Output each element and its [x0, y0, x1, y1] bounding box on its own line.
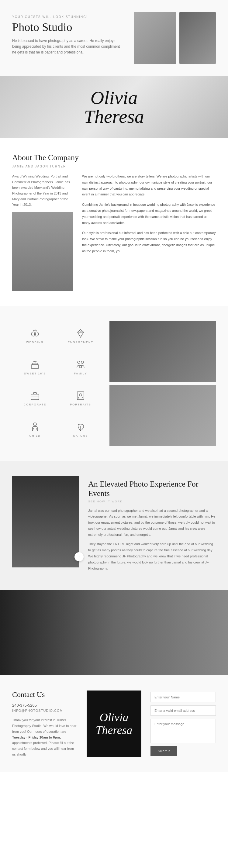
- events-see-how: SEE HOW IT WORK: [88, 500, 216, 503]
- script-banner: Olivia Theresa: [0, 76, 228, 138]
- svg-point-7: [34, 361, 35, 362]
- service-engagement-label: ENGAGEMENT: [68, 341, 93, 344]
- script-name: Olivia Theresa: [6, 88, 222, 126]
- contact-form: Submit: [150, 690, 216, 757]
- about-left: Award Winning Wedding, Portrait and Comm…: [12, 174, 73, 291]
- contact-email: INFO@PHOTOSTUDIO.COM: [12, 709, 78, 712]
- hero-section: YOUR GUESTS WILL LOOK STUNNING! Photo St…: [0, 0, 228, 76]
- service-portraits[interactable]: PORTRAITS: [58, 383, 103, 415]
- events-right: An Elevated Photo Experience For Events …: [88, 476, 216, 575]
- diamond-icon: [75, 328, 86, 339]
- cake-icon: [29, 359, 40, 370]
- events-title: An Elevated Photo Experience For Events: [88, 479, 216, 498]
- events-para-2: They stayed the ENTIRE night and worked …: [88, 541, 216, 571]
- service-wedding[interactable]: WEDDING: [12, 321, 58, 352]
- about-body: We are not only two brothers, we are sto…: [82, 174, 216, 254]
- hero-images: [134, 12, 216, 64]
- service-corporate[interactable]: CORPORATE: [12, 383, 58, 415]
- svg-rect-3: [31, 365, 38, 368]
- services-image-bottom: [109, 385, 216, 446]
- svg-point-8: [35, 361, 36, 362]
- about-content: Award Winning Wedding, Portrait and Comm…: [12, 174, 216, 291]
- svg-marker-2: [78, 330, 84, 337]
- events-left: →: [12, 476, 79, 575]
- hero-image-1: [134, 12, 176, 64]
- contact-name-input[interactable]: [150, 692, 216, 702]
- hero-description: He is blessed to have photography as a c…: [12, 38, 125, 56]
- events-body: Jamal was our lead photographer and we a…: [88, 508, 216, 572]
- about-subtitle: JAMIE AND JASON TURNER: [12, 165, 216, 168]
- svg-point-15: [79, 394, 82, 396]
- rings-icon: [29, 328, 40, 339]
- handshake-section: [0, 590, 228, 675]
- service-sweet16-label: SWEET 16'S: [24, 372, 46, 375]
- about-section: About The Company JAMIE AND JASON TURNER…: [0, 138, 228, 306]
- service-family-label: FAMILY: [74, 372, 87, 375]
- hero-title: Photo Studio: [12, 21, 125, 34]
- services-images: [109, 321, 216, 446]
- service-portraits-label: PORTRAITS: [70, 403, 91, 406]
- portrait-icon: [75, 390, 86, 401]
- svg-point-11: [80, 365, 82, 367]
- service-engagement[interactable]: ENGAGEMENT: [58, 321, 103, 352]
- contact-submit-button[interactable]: Submit: [150, 746, 177, 756]
- services-section: WEDDING ENGAGEMENT SWEET 16'S: [0, 306, 228, 461]
- contact-middle: Olivia Theresa: [87, 690, 141, 757]
- service-corporate-label: CORPORATE: [24, 403, 46, 406]
- contact-description: Thank you for your interest in Turner Ph…: [12, 717, 78, 757]
- contact-email-input[interactable]: [150, 705, 216, 716]
- service-family[interactable]: FAMILY: [58, 352, 103, 384]
- child-icon: [29, 422, 40, 432]
- hero-text: YOUR GUESTS WILL LOOK STUNNING! Photo St…: [12, 12, 125, 55]
- service-child[interactable]: CHILD: [12, 415, 58, 446]
- hero-tagline: YOUR GUESTS WILL LOOK STUNNING!: [12, 15, 125, 19]
- service-sweet16[interactable]: SWEET 16'S: [12, 352, 58, 384]
- svg-point-1: [34, 332, 38, 336]
- service-nature-label: NATURE: [73, 434, 88, 437]
- svg-point-16: [33, 423, 36, 426]
- briefcase-icon: [29, 390, 40, 401]
- contact-title: Contact Us: [12, 690, 78, 699]
- events-arrow[interactable]: →: [75, 552, 84, 561]
- about-para-3: Our style is professional but informal a…: [82, 230, 216, 254]
- about-para-1: We are not only two brothers, we are sto…: [82, 174, 216, 197]
- family-icon: [75, 359, 86, 370]
- contact-script: Olivia Theresa: [95, 711, 132, 737]
- svg-point-10: [81, 361, 84, 364]
- about-image: [12, 212, 73, 291]
- contact-phone: 240-375-5265: [12, 703, 78, 708]
- service-child-label: CHILD: [29, 434, 40, 437]
- events-image: →: [12, 476, 79, 567]
- services-grid: WEDDING ENGAGEMENT SWEET 16'S: [12, 321, 103, 446]
- leaf-icon: [75, 422, 86, 432]
- about-para-2: Combining Jamie's background in boutique…: [82, 202, 216, 226]
- contact-section: Contact Us 240-375-5265 INFO@PHOTOSTUDIO…: [0, 675, 228, 772]
- hero-image-2: [179, 12, 216, 64]
- contact-message-input[interactable]: [150, 719, 216, 743]
- service-wedding-label: WEDDING: [26, 341, 44, 344]
- services-image-top: [109, 321, 216, 382]
- about-intro: Award Winning Wedding, Portrait and Comm…: [12, 174, 73, 208]
- events-section: → An Elevated Photo Experience For Event…: [0, 461, 228, 590]
- svg-point-9: [78, 361, 80, 364]
- contact-left: Contact Us 240-375-5265 INFO@PHOTOSTUDIO…: [12, 690, 78, 757]
- events-para-1: Jamal was our lead photographer and we a…: [88, 508, 216, 538]
- about-title: About The Company: [12, 153, 216, 162]
- service-nature[interactable]: NATURE: [58, 415, 103, 446]
- handshake-image: [0, 590, 228, 675]
- about-right: We are not only two brothers, we are sto…: [82, 174, 216, 259]
